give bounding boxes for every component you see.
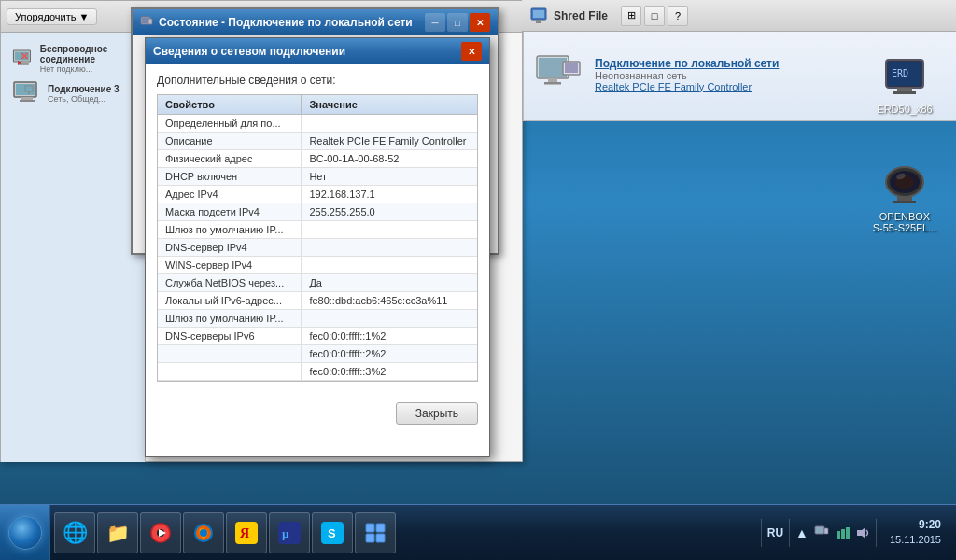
svg-marker-56 [857, 527, 865, 539]
svg-rect-18 [544, 82, 561, 85]
details-content: Дополнительные сведения о сети: Свойство… [146, 64, 489, 391]
table-row: DNS-сервер IPv4 [158, 239, 477, 257]
svg-rect-24 [897, 88, 912, 91]
svg-text:S: S [328, 526, 336, 540]
svg-point-39 [200, 529, 207, 537]
desktop: Упорядочить ▼ ✕ Беспроводн [0, 0, 956, 504]
taskbar-item-firefox[interactable] [183, 512, 224, 553]
taskbar-right: RU ▲ 9:20 15.11.2015 [753, 505, 956, 560]
torrent-icon: µ [278, 522, 301, 544]
yandex-icon: Я [235, 522, 258, 544]
table-row: Локальный IPv6-адрес...fe80::dbd:acb6:46… [158, 292, 477, 310]
clock-time: 9:20 [890, 517, 941, 533]
shred-toolbar-icon1[interactable]: ⊞ [621, 6, 641, 26]
svg-rect-48 [366, 534, 374, 542]
details-close-button[interactable]: Закрыть [396, 402, 478, 425]
details-close-x-btn[interactable]: ✕ [461, 42, 482, 61]
value-cell: fec0:0:0:ffff::2%2 [302, 345, 477, 363]
details-table-container: Свойство Значение Определенный для по...… [157, 94, 478, 382]
svg-rect-20 [565, 63, 578, 73]
property-cell: Шлюз по умолчанию IP... [158, 221, 302, 239]
svg-rect-8 [21, 97, 33, 100]
desktop-icon-erd50[interactable]: ERD ERD50_x86 [867, 51, 942, 119]
taskbar-item-explorer[interactable]: 📁 [97, 512, 138, 553]
status-maximize-btn[interactable]: □ [447, 13, 468, 32]
language-indicator[interactable]: RU [767, 526, 783, 539]
table-row: DNS-серверы IPv6fec0:0:0:ffff::1%2 [158, 328, 477, 345]
value-cell [302, 115, 477, 133]
tray-connection-icon[interactable] [835, 525, 850, 540]
svg-text:Я: Я [240, 526, 249, 540]
shred-file-label: Shred File [554, 9, 608, 22]
value-cell: 255.255.255.0 [302, 203, 477, 221]
svg-rect-46 [366, 524, 374, 532]
taskbar-item-ie[interactable]: 🌐 [54, 512, 95, 553]
status-minimize-btn[interactable]: ─ [425, 13, 445, 32]
explorer-icon: 📁 [106, 522, 130, 544]
table-row: WINS-сервер IPv4 [158, 257, 477, 274]
svg-rect-25 [893, 91, 916, 94]
details-table: Свойство Значение Определенный для по...… [158, 95, 477, 381]
shred-app-icon [529, 7, 548, 25]
icon-openbox-label: OPENBOXS-55-S25FL... [873, 211, 936, 233]
svg-rect-9 [20, 100, 35, 102]
property-cell: Адрес IPv4 [158, 186, 302, 203]
property-cell [158, 363, 302, 381]
svg-rect-53 [836, 531, 840, 539]
value-cell: fec0:0:0:ffff::3%2 [302, 363, 477, 381]
system-clock[interactable]: 9:20 15.11.2015 [882, 513, 949, 551]
table-row: ОписаниеRealtek PCIe FE Family Controlle… [158, 133, 477, 150]
svg-rect-49 [376, 534, 385, 542]
value-cell: Realtek PCIe FE Family Controller [302, 133, 477, 150]
tray-volume-icon[interactable] [855, 525, 870, 540]
svg-rect-31 [893, 201, 916, 203]
value-cell [302, 310, 477, 328]
tray-network-icon[interactable] [814, 525, 829, 540]
connection1-icon: ✕ [12, 47, 35, 71]
taskbar: 🌐 📁 Я [0, 504, 956, 560]
shred-toolbar-help[interactable]: ? [668, 6, 688, 26]
table-row: Шлюз по умолчанию IP... [158, 221, 477, 239]
ie-icon: 🌐 [63, 521, 88, 545]
organize-button[interactable]: Упорядочить ▼ [7, 8, 97, 25]
start-button[interactable] [0, 505, 50, 561]
property-cell: Служба NetBIOS через... [158, 274, 302, 292]
svg-text:ERD: ERD [892, 68, 908, 78]
property-cell: DHCP включен [158, 168, 302, 186]
taskbar-item-yandex[interactable]: Я [226, 512, 267, 553]
property-cell: DNS-сервер IPv4 [158, 239, 302, 257]
value-cell: Да [302, 274, 477, 292]
taskbar-item-skype[interactable]: S [312, 512, 353, 553]
value-cell: 192.168.137.1 [302, 186, 477, 203]
skype-icon: S [321, 522, 344, 544]
shred-toolbar-buttons: ⊞ □ ? [621, 6, 688, 26]
value-cell: fec0:0:0:ffff::1%2 [302, 328, 477, 345]
icon-erd50-label: ERD50_x86 [877, 104, 932, 115]
svg-text:µ: µ [282, 526, 289, 540]
connection2-item[interactable]: Подключение 3 Сеть, Общед... [8, 77, 137, 109]
table-row: DHCP включенНет [158, 168, 477, 186]
col-value-header: Значение [302, 95, 477, 115]
svg-rect-17 [548, 78, 557, 82]
taskbar-item-apps[interactable] [355, 512, 396, 553]
svg-rect-55 [846, 527, 850, 539]
value-cell: fe80::dbd:acb6:465c:cc3a%11 [302, 292, 477, 310]
property-cell: WINS-сервер IPv4 [158, 257, 302, 274]
table-row: Физический адресBC-00-1A-00-68-52 [158, 150, 477, 168]
connection1-item[interactable]: ✕ Беспроводное соединение Нет подклю... [8, 40, 137, 77]
taskbar-item-media[interactable] [140, 512, 181, 553]
svg-rect-14 [536, 20, 541, 23]
property-cell: Физический адрес [158, 150, 302, 168]
svg-rect-30 [897, 197, 912, 201]
svg-rect-34 [148, 19, 152, 24]
left-panel: ✕ Беспроводное соединение Нет подклю... [1, 33, 146, 462]
svg-rect-52 [824, 528, 828, 534]
taskbar-item-torrent[interactable]: µ [269, 512, 310, 553]
desktop-icon-openbox[interactable]: OPENBOXS-55-S25FL... [867, 159, 942, 237]
status-close-btn[interactable]: ✕ [470, 13, 490, 32]
apps-grid-icon [364, 522, 387, 544]
tray-arrow-icon[interactable]: ▲ [795, 525, 808, 540]
property-cell [158, 345, 302, 363]
status-dialog-icon [140, 16, 153, 29]
shred-toolbar-icon2[interactable]: □ [644, 6, 665, 26]
